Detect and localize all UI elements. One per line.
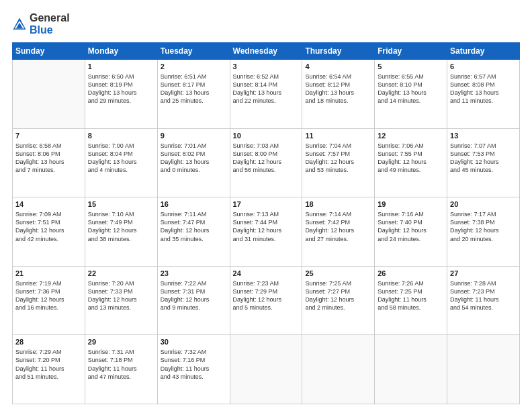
day-number: 2 (161, 62, 227, 72)
day-info: Sunrise: 7:25 AM Sunset: 7:27 PM Dayligh… (305, 279, 371, 312)
logo-text-block: General Blue (30, 12, 70, 36)
calendar-cell: 12Sunrise: 7:06 AM Sunset: 7:55 PM Dayli… (375, 128, 447, 197)
day-info: Sunrise: 7:03 AM Sunset: 8:00 PM Dayligh… (233, 142, 300, 175)
day-info: Sunrise: 7:31 AM Sunset: 7:18 PM Dayligh… (88, 348, 154, 381)
day-info: Sunrise: 7:32 AM Sunset: 7:16 PM Dayligh… (161, 348, 227, 381)
day-info: Sunrise: 6:52 AM Sunset: 8:14 PM Dayligh… (233, 73, 300, 105)
logo-icon (12, 17, 27, 32)
day-info: Sunrise: 7:19 AM Sunset: 7:36 PM Dayligh… (15, 279, 82, 312)
weekday-header-sunday: Sunday (13, 43, 85, 60)
calendar-cell: 24Sunrise: 7:23 AM Sunset: 7:29 PM Dayli… (230, 266, 302, 335)
calendar-cell: 7Sunrise: 6:58 AM Sunset: 8:06 PM Daylig… (13, 128, 85, 197)
day-number: 26 (378, 269, 444, 279)
calendar-cell: 23Sunrise: 7:22 AM Sunset: 7:31 PM Dayli… (157, 266, 230, 335)
logo: General Blue (12, 12, 70, 36)
day-number: 17 (233, 199, 300, 210)
calendar-cell (13, 60, 85, 129)
day-info: Sunrise: 7:06 AM Sunset: 7:55 PM Dayligh… (378, 142, 444, 175)
day-info: Sunrise: 6:51 AM Sunset: 8:17 PM Dayligh… (161, 73, 227, 105)
day-number: 7 (15, 131, 82, 141)
day-number: 28 (15, 337, 82, 347)
calendar-cell: 2Sunrise: 6:51 AM Sunset: 8:17 PM Daylig… (157, 60, 230, 129)
day-info: Sunrise: 7:01 AM Sunset: 8:02 PM Dayligh… (161, 142, 227, 175)
calendar-cell: 1Sunrise: 6:50 AM Sunset: 8:19 PM Daylig… (85, 60, 157, 129)
calendar-cell: 14Sunrise: 7:09 AM Sunset: 7:51 PM Dayli… (13, 197, 85, 267)
day-number: 22 (88, 269, 154, 279)
day-number: 23 (161, 269, 227, 279)
week-row-3: 21Sunrise: 7:19 AM Sunset: 7:36 PM Dayli… (13, 266, 520, 335)
day-number: 8 (88, 131, 154, 141)
calendar-cell: 27Sunrise: 7:28 AM Sunset: 7:23 PM Dayli… (447, 266, 520, 335)
logo-general: General (30, 12, 70, 24)
calendar-cell: 22Sunrise: 7:20 AM Sunset: 7:33 PM Dayli… (85, 266, 157, 335)
calendar-cell: 28Sunrise: 7:29 AM Sunset: 7:20 PM Dayli… (13, 335, 85, 404)
day-info: Sunrise: 7:17 AM Sunset: 7:38 PM Dayligh… (450, 210, 517, 243)
calendar-cell: 4Sunrise: 6:54 AM Sunset: 8:12 PM Daylig… (302, 60, 375, 129)
calendar-cell: 8Sunrise: 7:00 AM Sunset: 8:04 PM Daylig… (85, 128, 157, 197)
day-number: 29 (88, 337, 154, 347)
calendar-cell (375, 335, 447, 404)
day-info: Sunrise: 7:04 AM Sunset: 7:57 PM Dayligh… (305, 142, 371, 175)
day-info: Sunrise: 6:55 AM Sunset: 8:10 PM Dayligh… (378, 73, 444, 105)
day-info: Sunrise: 7:00 AM Sunset: 8:04 PM Dayligh… (88, 142, 154, 175)
day-info: Sunrise: 7:29 AM Sunset: 7:20 PM Dayligh… (15, 348, 82, 381)
day-number: 24 (233, 269, 300, 279)
calendar-cell: 17Sunrise: 7:13 AM Sunset: 7:44 PM Dayli… (230, 197, 302, 267)
calendar-cell: 18Sunrise: 7:14 AM Sunset: 7:42 PM Dayli… (302, 197, 375, 267)
day-info: Sunrise: 7:22 AM Sunset: 7:31 PM Dayligh… (161, 279, 227, 312)
day-number: 30 (161, 337, 227, 347)
day-number: 6 (450, 62, 517, 72)
day-number: 18 (305, 199, 371, 210)
day-info: Sunrise: 6:50 AM Sunset: 8:19 PM Dayligh… (88, 73, 154, 105)
calendar-cell: 30Sunrise: 7:32 AM Sunset: 7:16 PM Dayli… (157, 335, 230, 404)
weekday-header-thursday: Thursday (302, 43, 375, 60)
day-number: 12 (378, 131, 444, 141)
calendar-cell: 11Sunrise: 7:04 AM Sunset: 7:57 PM Dayli… (302, 128, 375, 197)
weekday-header-row: SundayMondayTuesdayWednesdayThursdayFrid… (13, 43, 520, 60)
weekday-header-tuesday: Tuesday (157, 43, 230, 60)
calendar-cell: 3Sunrise: 6:52 AM Sunset: 8:14 PM Daylig… (230, 60, 302, 129)
day-info: Sunrise: 7:11 AM Sunset: 7:47 PM Dayligh… (161, 210, 227, 243)
calendar-cell: 21Sunrise: 7:19 AM Sunset: 7:36 PM Dayli… (13, 266, 85, 335)
day-number: 13 (450, 131, 517, 141)
day-info: Sunrise: 7:13 AM Sunset: 7:44 PM Dayligh… (233, 210, 300, 243)
week-row-1: 7Sunrise: 6:58 AM Sunset: 8:06 PM Daylig… (13, 128, 520, 197)
calendar-cell: 19Sunrise: 7:16 AM Sunset: 7:40 PM Dayli… (375, 197, 447, 267)
day-number: 20 (450, 199, 517, 210)
day-info: Sunrise: 7:10 AM Sunset: 7:49 PM Dayligh… (88, 210, 154, 243)
calendar-cell: 26Sunrise: 7:26 AM Sunset: 7:25 PM Dayli… (375, 266, 447, 335)
calendar-cell: 6Sunrise: 6:57 AM Sunset: 8:08 PM Daylig… (447, 60, 520, 129)
day-info: Sunrise: 7:14 AM Sunset: 7:42 PM Dayligh… (305, 210, 371, 243)
calendar-cell: 15Sunrise: 7:10 AM Sunset: 7:49 PM Dayli… (85, 197, 157, 267)
calendar-cell: 9Sunrise: 7:01 AM Sunset: 8:02 PM Daylig… (157, 128, 230, 197)
calendar-cell: 25Sunrise: 7:25 AM Sunset: 7:27 PM Dayli… (302, 266, 375, 335)
weekday-header-saturday: Saturday (447, 43, 520, 60)
weekday-header-wednesday: Wednesday (230, 43, 302, 60)
logo-blue: Blue (30, 24, 53, 36)
day-number: 3 (233, 62, 300, 72)
week-row-0: 1Sunrise: 6:50 AM Sunset: 8:19 PM Daylig… (13, 60, 520, 129)
calendar-cell: 20Sunrise: 7:17 AM Sunset: 7:38 PM Dayli… (447, 197, 520, 267)
day-number: 27 (450, 269, 517, 279)
day-number: 10 (233, 131, 300, 141)
calendar-cell: 10Sunrise: 7:03 AM Sunset: 8:00 PM Dayli… (230, 128, 302, 197)
calendar-table: SundayMondayTuesdayWednesdayThursdayFrid… (12, 42, 520, 404)
calendar-cell (302, 335, 375, 404)
week-row-4: 28Sunrise: 7:29 AM Sunset: 7:20 PM Dayli… (13, 335, 520, 404)
calendar-cell: 5Sunrise: 6:55 AM Sunset: 8:10 PM Daylig… (375, 60, 447, 129)
page-header: General Blue (12, 12, 520, 36)
calendar-cell: 13Sunrise: 7:07 AM Sunset: 7:53 PM Dayli… (447, 128, 520, 197)
day-number: 5 (378, 62, 444, 72)
day-number: 15 (88, 199, 154, 210)
day-info: Sunrise: 6:57 AM Sunset: 8:08 PM Dayligh… (450, 73, 517, 105)
day-number: 14 (15, 199, 82, 210)
day-info: Sunrise: 7:20 AM Sunset: 7:33 PM Dayligh… (88, 279, 154, 312)
week-row-2: 14Sunrise: 7:09 AM Sunset: 7:51 PM Dayli… (13, 197, 520, 267)
calendar-cell (447, 335, 520, 404)
day-info: Sunrise: 7:07 AM Sunset: 7:53 PM Dayligh… (450, 142, 517, 175)
day-info: Sunrise: 7:16 AM Sunset: 7:40 PM Dayligh… (378, 210, 444, 243)
day-number: 19 (378, 199, 444, 210)
day-number: 4 (305, 62, 371, 72)
day-number: 21 (15, 269, 82, 279)
calendar-cell: 16Sunrise: 7:11 AM Sunset: 7:47 PM Dayli… (157, 197, 230, 267)
